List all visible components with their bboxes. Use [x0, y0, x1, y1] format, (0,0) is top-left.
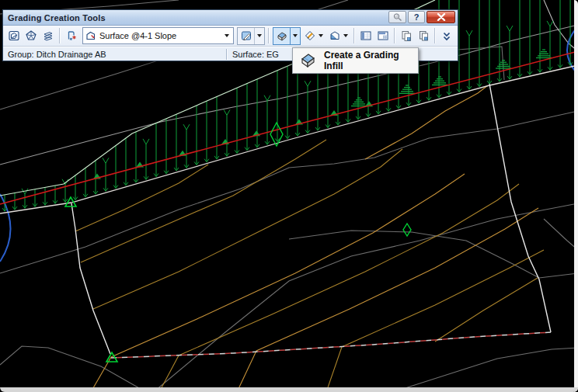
toolbar-separator: [353, 28, 355, 43]
double-chevron-down-icon: [440, 29, 453, 42]
paste-grading-button[interactable]: [415, 28, 432, 44]
criteria-set-icon: [65, 29, 78, 42]
edit-criteria-dropdown[interactable]: [254, 28, 264, 44]
grading-infill-icon: [298, 51, 318, 70]
copy-grading-button[interactable]: [398, 28, 415, 44]
toolbar-separator: [394, 28, 395, 43]
grading-transition-icon: [329, 29, 341, 42]
frame-edge-bottom: [0, 387, 578, 392]
expand-toolbar-button[interactable]: [438, 28, 455, 44]
frame-edge-right: [574, 0, 578, 392]
criteria-combo-value: Surface @4-1 Slope: [99, 31, 225, 40]
close-button[interactable]: [427, 11, 455, 23]
toolbar: Surface @4-1 Slope: [3, 26, 458, 47]
grading-editor-button[interactable]: [357, 28, 374, 44]
flyout-item-label: Create a Grading Infill: [324, 50, 418, 71]
civil3d-drawing-area: Grading Creation Tools ?: [0, 0, 578, 392]
toolbar-separator: [59, 28, 61, 43]
edit-grading-dropdown-arrow[interactable]: [319, 34, 323, 37]
create-transition-button[interactable]: [326, 28, 343, 44]
titlebar[interactable]: Grading Creation Tools ?: [3, 10, 458, 26]
edit-criteria-group: [237, 27, 265, 45]
edit-pencil-icon: [240, 29, 252, 42]
copy-grading-icon: [400, 29, 413, 42]
grading-editor-grid-icon: [360, 29, 372, 42]
combo-dropdown-arrow[interactable]: [225, 34, 229, 37]
create-grading-dropdown[interactable]: [290, 28, 300, 44]
create-grading-group: [273, 27, 301, 45]
create-transition-dropdown-arrow[interactable]: [343, 34, 348, 37]
layers-icon: [42, 29, 54, 42]
close-icon: [437, 13, 446, 21]
create-grading-flyout: Create a Grading Infill: [292, 47, 419, 74]
status-group: Group: Ditch Drainage AB: [3, 50, 226, 59]
toolbar-separator: [434, 28, 436, 43]
grading-group-icon: [25, 29, 37, 42]
grading-group-button[interactable]: [23, 28, 40, 44]
create-grading-tool-button[interactable]: [5, 28, 23, 44]
edit-grading-icon: [304, 29, 316, 42]
grading-infill-small-icon: [276, 29, 288, 42]
edit-criteria-button[interactable]: [238, 28, 254, 44]
help-icon: ?: [414, 12, 420, 22]
create-grading-infill-item[interactable]: Create a Grading Infill: [293, 48, 418, 73]
create-grading-button[interactable]: [273, 28, 290, 44]
pin-button[interactable]: [388, 11, 406, 23]
criteria-icon: [85, 29, 98, 42]
grading-layers-button[interactable]: [40, 28, 57, 44]
toolbar-separator: [268, 28, 270, 43]
grading-criteria-combo[interactable]: Surface @4-1 Slope: [82, 27, 234, 44]
pin-icon: [392, 12, 403, 22]
help-button[interactable]: ?: [408, 11, 425, 23]
grading-volume-tools-button[interactable]: [374, 28, 392, 44]
select-criteria-set-button[interactable]: [63, 28, 80, 44]
grading-object-icon: [8, 29, 20, 42]
grading-volume-grid-icon: [377, 29, 389, 42]
window-title: Grading Creation Tools: [3, 13, 106, 23]
paste-grading-icon: [417, 29, 430, 42]
edit-grading-button[interactable]: [301, 28, 319, 44]
